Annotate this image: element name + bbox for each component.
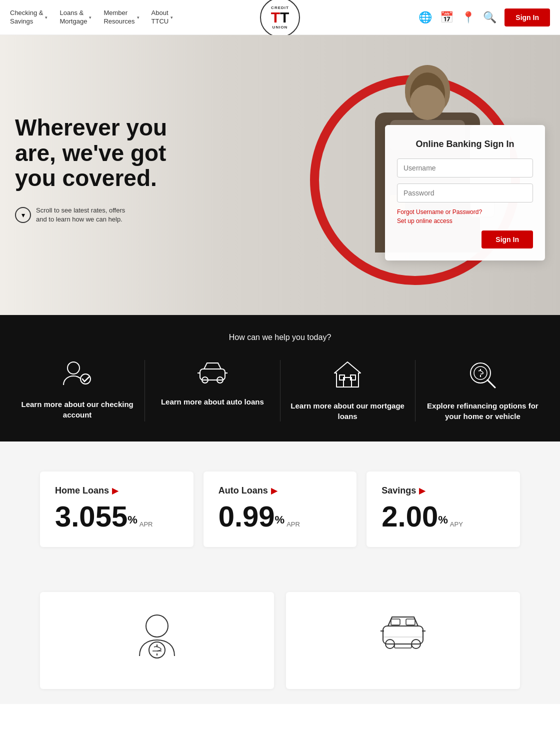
nav-right: 🌐 📅 📍 🔍 Sign In [418, 8, 550, 26]
svg-point-12 [474, 366, 487, 380]
rate-card-title-auto: Auto Loans ▶ [218, 486, 342, 496]
rates-grid: Home Loans ▶ 3.055%APR Auto Loans ▶ 0.99… [40, 472, 520, 547]
help-item-auto[interactable]: Learn more about auto loans [145, 360, 280, 422]
search-icon[interactable]: 🔍 [483, 11, 496, 24]
help-grid: Learn more about our checking account Le… [10, 360, 550, 422]
person-check-icon [62, 360, 92, 391]
car-front-icon [378, 612, 428, 659]
rate-card-auto-loans[interactable]: Auto Loans ▶ 0.99%APR [204, 472, 357, 547]
logo-t-left: T [271, 10, 280, 25]
chevron-down-icon: ▾ [45, 15, 48, 20]
bottom-card-auto[interactable] [286, 592, 520, 689]
help-section-title: How can we help you today? [10, 333, 550, 342]
calendar-icon[interactable]: 📅 [440, 11, 454, 24]
signin-links: Forgot Username or Password? Set up onli… [397, 208, 533, 224]
chevron-down-icon: ▾ [89, 15, 92, 20]
rate-card-title-savings: Savings ▶ [382, 486, 505, 496]
nav-member-resources[interactable]: MemberResources ▾ [104, 9, 139, 26]
svg-point-16 [146, 615, 168, 637]
signin-card-title: Online Banking Sign In [397, 139, 533, 150]
scroll-down-icon[interactable]: ▾ [15, 207, 31, 223]
svg-point-0 [68, 362, 80, 374]
svg-rect-21 [383, 626, 423, 644]
rate-value-home: 3.055%APR [55, 502, 178, 531]
rates-section: Home Loans ▶ 3.055%APR Auto Loans ▶ 0.99… [0, 442, 560, 577]
arrow-right-icon: ▶ [112, 486, 118, 496]
nav-label-member: MemberResources [104, 9, 134, 26]
svg-rect-2 [200, 369, 225, 380]
chevron-down-icon: ▾ [137, 15, 140, 20]
arrow-right-icon: ▶ [271, 486, 277, 496]
chevron-down-icon: ▾ [170, 15, 173, 20]
person-dollar-icon [134, 612, 180, 669]
bottom-grid [40, 592, 520, 689]
hero-section: Wherever you are, we've got you covered.… [0, 35, 560, 315]
logo-union-text: UNION [272, 25, 288, 30]
password-input[interactable] [397, 184, 533, 202]
rate-card-title-home: Home Loans ▶ [55, 486, 178, 496]
help-section: How can we help you today? Learn more ab… [0, 315, 560, 442]
rate-card-home-loans[interactable]: Home Loans ▶ 3.055%APR [40, 472, 194, 547]
rate-value-auto: 0.99%APR [218, 502, 342, 531]
help-label-refinancing: Explore refinancing options for your hom… [426, 400, 540, 422]
svg-rect-28 [394, 644, 412, 648]
house-icon [332, 360, 362, 392]
svg-line-15 [488, 380, 495, 388]
hero-title: Wherever you are, we've got you covered. [15, 115, 175, 191]
help-item-refinancing[interactable]: Explore refinancing options for your hom… [416, 360, 550, 422]
arrow-right-icon: ▶ [419, 486, 425, 496]
setup-access-link[interactable]: Set up online access [397, 218, 533, 224]
rate-card-savings[interactable]: Savings ▶ 2.00%APY [366, 472, 520, 547]
username-input[interactable] [397, 158, 533, 178]
svg-marker-7 [334, 362, 360, 387]
globe-icon[interactable]: 🌐 [418, 11, 432, 24]
help-label-mortgage: Learn more about our mortgage loans [290, 400, 405, 422]
bottom-section [0, 577, 560, 704]
bottom-card-personal[interactable] [40, 592, 274, 689]
forgot-credentials-link[interactable]: Forgot Username or Password? [397, 208, 533, 216]
money-search-icon [468, 360, 498, 392]
logo-t-right: T [280, 10, 289, 25]
hero-scroll-text: Scroll to see latest rates, offers and t… [36, 206, 126, 224]
nav-label-about: AboutTTCU [152, 9, 169, 26]
svg-rect-23 [406, 619, 415, 625]
nav-checking-savings[interactable]: Checking &Savings ▾ [10, 9, 48, 26]
logo: CREDIT T T UNION [260, 0, 300, 38]
nav-label-checking: Checking &Savings [10, 9, 43, 26]
nav-label-loans: Loans &Mortgage [60, 9, 87, 26]
logo-container[interactable]: CREDIT T T UNION [260, 0, 300, 38]
rate-value-savings: 2.00%APY [382, 502, 505, 531]
nav-loans-mortgage[interactable]: Loans &Mortgage ▾ [60, 9, 92, 26]
svg-point-17 [149, 642, 165, 658]
nav-left: Checking &Savings ▾ Loans &Mortgage ▾ Me… [10, 9, 173, 26]
signin-card: Online Banking Sign In Forgot Username o… [385, 125, 545, 260]
hero-content: Wherever you are, we've got you covered.… [15, 115, 175, 224]
nav-about-ttcu[interactable]: AboutTTCU ▾ [152, 9, 174, 26]
car-icon [195, 360, 230, 388]
svg-rect-22 [391, 619, 400, 625]
nav-sign-in-button[interactable]: Sign In [504, 8, 550, 26]
help-label-checking: Learn more about our checking account [20, 399, 134, 420]
hero-scroll-cta[interactable]: ▾ Scroll to see latest rates, offers and… [15, 206, 175, 224]
help-label-auto: Learn more about auto loans [161, 396, 264, 407]
signin-card-button[interactable]: Sign In [482, 230, 533, 248]
help-item-checking[interactable]: Learn more about our checking account [10, 360, 145, 422]
help-item-mortgage[interactable]: Learn more about our mortgage loans [280, 360, 416, 422]
location-icon[interactable]: 📍 [462, 11, 475, 24]
navbar: Checking &Savings ▾ Loans &Mortgage ▾ Me… [0, 0, 560, 35]
